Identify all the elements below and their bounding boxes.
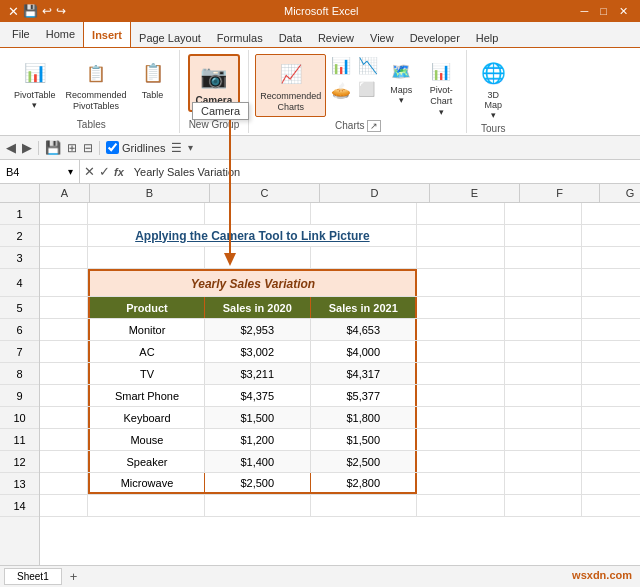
pivot-table-btn[interactable]: 📊 PivotTable ▾ xyxy=(10,54,60,113)
cell-c1[interactable] xyxy=(205,203,311,224)
dropdown-icon[interactable]: ▾ xyxy=(188,142,193,153)
tab-page-layout[interactable]: Page Layout xyxy=(131,29,209,47)
cell-g5[interactable] xyxy=(582,297,640,318)
cell-g1[interactable] xyxy=(582,203,640,224)
cell-f13[interactable] xyxy=(505,473,582,494)
cell-e2[interactable] xyxy=(417,225,504,246)
tab-developer[interactable]: Developer xyxy=(402,29,468,47)
cell-g9[interactable] xyxy=(582,385,640,406)
cell-g12[interactable] xyxy=(582,451,640,472)
cell-g7[interactable] xyxy=(582,341,640,362)
table-btn[interactable]: 📋 Table xyxy=(133,54,173,103)
cell-e1[interactable] xyxy=(417,203,504,224)
tab-insert[interactable]: Insert xyxy=(83,21,131,47)
row-6[interactable]: 6 xyxy=(0,319,39,341)
tab-help[interactable]: Help xyxy=(468,29,507,47)
tab-file[interactable]: File xyxy=(4,21,38,47)
redo-icon[interactable]: ↪ xyxy=(56,4,66,18)
row-12[interactable]: 12 xyxy=(0,451,39,473)
cell-g2[interactable] xyxy=(582,225,640,246)
cell-d3[interactable] xyxy=(311,247,417,268)
cell-a5[interactable] xyxy=(40,297,88,318)
cell-f12[interactable] xyxy=(505,451,582,472)
cell-d7[interactable]: $4,000 xyxy=(311,341,417,362)
cell-a4[interactable] xyxy=(40,269,88,296)
cell-b8[interactable]: TV xyxy=(88,363,204,384)
gridlines-checkbox[interactable] xyxy=(106,141,119,154)
pie-chart-btn[interactable]: 🥧 xyxy=(329,79,353,102)
cell-g6[interactable] xyxy=(582,319,640,340)
col-header-g[interactable]: G xyxy=(600,184,640,202)
row-3[interactable]: 3 xyxy=(0,247,39,269)
save-icon[interactable]: 💾 xyxy=(23,4,38,18)
cell-g8[interactable] xyxy=(582,363,640,384)
cell-g4[interactable] xyxy=(582,269,640,296)
row-4[interactable]: 4 xyxy=(0,269,39,297)
cell-a1[interactable] xyxy=(40,203,88,224)
cell-f7[interactable] xyxy=(505,341,582,362)
cell-c10[interactable]: $1,500 xyxy=(205,407,311,428)
cell-e3[interactable] xyxy=(417,247,504,268)
cell-a11[interactable] xyxy=(40,429,88,450)
cell-b12[interactable]: Speaker xyxy=(88,451,204,472)
col-header-c[interactable]: C xyxy=(210,184,320,202)
cell-f14[interactable] xyxy=(505,495,582,516)
minimize-btn[interactable]: ─ xyxy=(577,5,593,17)
fx-btn[interactable]: fx xyxy=(114,166,124,178)
cell-f2[interactable] xyxy=(505,225,582,246)
cell-e11[interactable] xyxy=(417,429,504,450)
cell-f9[interactable] xyxy=(505,385,582,406)
cell-b7[interactable]: AC xyxy=(88,341,204,362)
tab-formulas[interactable]: Formulas xyxy=(209,29,271,47)
cell-e12[interactable] xyxy=(417,451,504,472)
cell-c11[interactable]: $1,200 xyxy=(205,429,311,450)
cell-a12[interactable] xyxy=(40,451,88,472)
cell-a7[interactable] xyxy=(40,341,88,362)
cell-b13[interactable]: Microwave xyxy=(88,473,204,494)
cell-c8[interactable]: $3,211 xyxy=(205,363,311,384)
col-header-f[interactable]: F xyxy=(520,184,600,202)
cell-c14[interactable] xyxy=(205,495,311,516)
cell-e6[interactable] xyxy=(417,319,504,340)
col-header-d[interactable]: D xyxy=(320,184,430,202)
row-5[interactable]: 5 xyxy=(0,297,39,319)
cell-d14[interactable] xyxy=(311,495,417,516)
forward-icon[interactable]: ▶ xyxy=(22,140,32,155)
cell-f3[interactable] xyxy=(505,247,582,268)
cell-c3[interactable] xyxy=(205,247,311,268)
table-toolbar-icon[interactable]: ⊞ xyxy=(67,141,77,155)
cell-d9[interactable]: $5,377 xyxy=(311,385,417,406)
tab-data[interactable]: Data xyxy=(271,29,310,47)
cell-g11[interactable] xyxy=(582,429,640,450)
cell-e8[interactable] xyxy=(417,363,504,384)
cell-a10[interactable] xyxy=(40,407,88,428)
scatter-chart-btn[interactable]: ⬜ xyxy=(356,79,380,99)
border-icon[interactable]: ⊟ xyxy=(83,141,93,155)
cell-e7[interactable] xyxy=(417,341,504,362)
cell-c9[interactable]: $4,375 xyxy=(205,385,311,406)
tab-review[interactable]: Review xyxy=(310,29,362,47)
tab-view[interactable]: View xyxy=(362,29,402,47)
cell-f1[interactable] xyxy=(505,203,582,224)
cell-a9[interactable] xyxy=(40,385,88,406)
cell-c6[interactable]: $2,953 xyxy=(205,319,311,340)
cell-c7[interactable]: $3,002 xyxy=(205,341,311,362)
cell-d12[interactable]: $2,500 xyxy=(311,451,417,472)
cell-header-sales2020[interactable]: Sales in 2020 xyxy=(205,297,311,318)
cell-f10[interactable] xyxy=(505,407,582,428)
add-sheet-btn[interactable]: + xyxy=(64,567,84,586)
cell-table-title[interactable]: Yearly Sales Variation xyxy=(88,269,417,296)
row-14[interactable]: 14 xyxy=(0,495,39,517)
cell-e9[interactable] xyxy=(417,385,504,406)
cell-f11[interactable] xyxy=(505,429,582,450)
maps-btn[interactable]: 🗺️ Maps ▾ xyxy=(383,54,419,108)
cell-d1[interactable] xyxy=(311,203,417,224)
close-btn[interactable]: ✕ xyxy=(615,5,632,18)
cell-c13[interactable]: $2,500 xyxy=(205,473,311,494)
cell-header-product[interactable]: Product xyxy=(88,297,204,318)
cell-b14[interactable] xyxy=(88,495,204,516)
cell-b9[interactable]: Smart Phone xyxy=(88,385,204,406)
cell-g13[interactable] xyxy=(582,473,640,494)
row-8[interactable]: 8 xyxy=(0,363,39,385)
cell-e10[interactable] xyxy=(417,407,504,428)
